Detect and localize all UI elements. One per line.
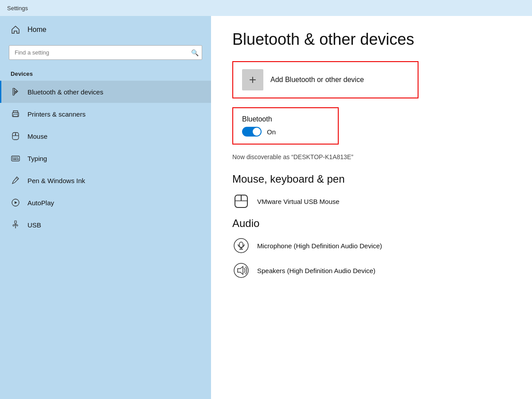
- svg-rect-13: [14, 159, 17, 160]
- add-device-plus-icon: +: [242, 69, 263, 90]
- svg-rect-8: [12, 157, 13, 158]
- search-icon: 🔍: [191, 49, 199, 56]
- titlebar-label: Settings: [7, 5, 28, 12]
- svg-rect-12: [12, 159, 13, 160]
- bluetooth-toggle-row: On: [242, 127, 329, 137]
- speakers-device-name: Speakers (High Definition Audio Device): [257, 267, 376, 274]
- svg-marker-17: [15, 201, 17, 204]
- svg-rect-10: [16, 157, 16, 158]
- svg-rect-21: [13, 225, 14, 226]
- svg-rect-11: [17, 157, 18, 158]
- svg-point-25: [234, 239, 248, 253]
- discoverable-text: Now discoverable as “DESKTOP-K1A813E”: [232, 153, 511, 160]
- sidebar-item-usb[interactable]: USB: [0, 214, 211, 236]
- mouse-keyboard-section-heading: Mouse, keyboard & pen: [232, 173, 511, 185]
- svg-point-22: [17, 225, 18, 226]
- speakers-device-icon: [232, 262, 250, 279]
- mouse-icon: [11, 131, 20, 141]
- sidebar-item-autoplay[interactable]: AutoPlay: [0, 192, 211, 214]
- pen-icon: [11, 176, 20, 185]
- add-device-button[interactable]: + Add Bluetooth or other device: [232, 61, 419, 98]
- sidebar-item-typing[interactable]: Typing: [0, 147, 211, 169]
- svg-rect-0: [13, 88, 14, 95]
- add-device-label: Add Bluetooth or other device: [270, 76, 364, 84]
- mouse-device-row: VMware Virtual USB Mouse: [232, 192, 511, 210]
- svg-marker-30: [238, 266, 243, 274]
- microphone-device-name: Microphone (High Definition Audio Device…: [257, 242, 382, 250]
- keyboard-icon: [11, 153, 20, 163]
- sidebar-item-pen[interactable]: Pen & Windows Ink: [0, 169, 211, 192]
- svg-rect-28: [239, 242, 243, 248]
- microphone-device-row: Microphone (High Definition Audio Device…: [232, 237, 511, 254]
- usb-icon: [11, 220, 20, 230]
- svg-point-3: [17, 113, 18, 114]
- search-icon-button[interactable]: 🔍: [191, 49, 199, 56]
- sidebar-item-autoplay-label: AutoPlay: [27, 199, 54, 207]
- svg-rect-7: [12, 156, 20, 161]
- mouse-device-name: VMware Virtual USB Mouse: [257, 198, 340, 205]
- bluetooth-icon: [11, 87, 20, 97]
- svg-rect-14: [17, 159, 19, 160]
- sidebar-item-mouse[interactable]: Mouse: [0, 125, 211, 147]
- page-title: Bluetooth & other devices: [232, 30, 511, 49]
- sidebar-item-bluetooth[interactable]: Bluetooth & other devices: [0, 81, 211, 103]
- sidebar-section-label: Devices: [0, 67, 211, 81]
- sidebar-item-home[interactable]: Home: [0, 16, 211, 43]
- printer-icon: [11, 109, 20, 119]
- bluetooth-toggle-state: On: [267, 128, 276, 136]
- bluetooth-toggle-box: Bluetooth On: [232, 107, 339, 145]
- sidebar-search[interactable]: 🔍: [9, 45, 202, 60]
- search-input[interactable]: [9, 45, 202, 60]
- svg-line-15: [16, 178, 18, 180]
- sidebar: Home 🔍 Devices Bluetooth & other devices: [0, 16, 211, 399]
- svg-point-29: [234, 263, 248, 278]
- titlebar: Settings: [0, 0, 532, 16]
- content-area: Bluetooth & other devices + Add Bluetoot…: [211, 16, 532, 399]
- home-label: Home: [27, 26, 47, 34]
- bluetooth-heading: Bluetooth: [242, 115, 329, 123]
- speakers-device-row: Speakers (High Definition Audio Device): [232, 262, 511, 279]
- svg-rect-9: [14, 157, 15, 158]
- sidebar-item-pen-label: Pen & Windows Ink: [27, 177, 85, 184]
- microphone-device-icon: [232, 237, 250, 254]
- mouse-device-icon: [232, 192, 250, 210]
- sidebar-item-printers[interactable]: Printers & scanners: [0, 103, 211, 125]
- sidebar-item-usb-label: USB: [27, 221, 41, 229]
- home-icon: [11, 25, 20, 35]
- autoplay-icon: [11, 198, 20, 207]
- sidebar-item-printers-label: Printers & scanners: [27, 110, 86, 118]
- audio-section-heading: Audio: [232, 217, 511, 230]
- bluetooth-toggle[interactable]: [242, 127, 262, 137]
- svg-rect-2: [13, 114, 18, 117]
- main-layout: Home 🔍 Devices Bluetooth & other devices: [0, 16, 532, 399]
- sidebar-item-typing-label: Typing: [27, 155, 47, 162]
- sidebar-item-mouse-label: Mouse: [27, 133, 47, 140]
- sidebar-item-bluetooth-label: Bluetooth & other devices: [27, 88, 103, 96]
- svg-rect-18: [15, 221, 16, 223]
